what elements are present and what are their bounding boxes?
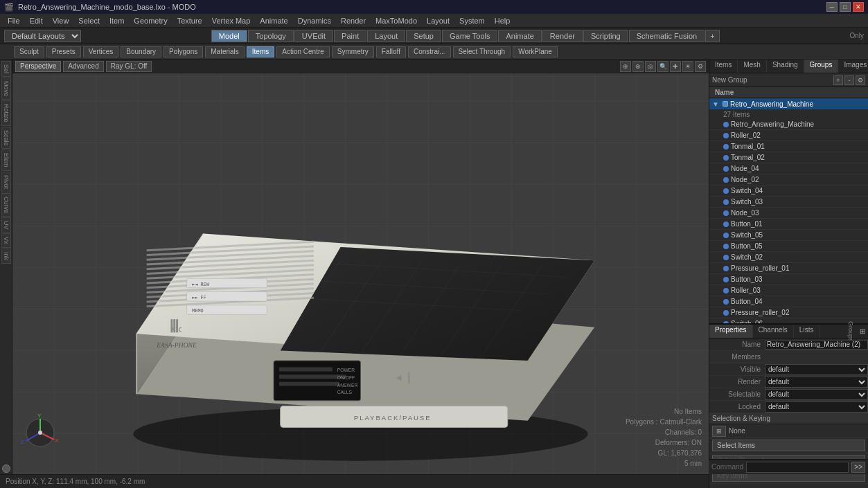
tool-move[interactable]: Move — [1, 78, 11, 100]
props-tab-lists[interactable]: Lists — [794, 325, 820, 338]
list-item[interactable]: Retro_Answering_Machine — [709, 119, 868, 130]
list-item[interactable]: Switch_04 — [709, 186, 868, 197]
menu-render[interactable]: Render — [336, 15, 371, 26]
prop-name-input[interactable] — [765, 340, 868, 350]
list-item[interactable]: Tonmal_01 — [709, 141, 868, 152]
tab-model[interactable]: Model — [211, 30, 247, 42]
tool-vertices[interactable]: Vertices — [83, 46, 119, 57]
list-item[interactable]: Switch_06 — [709, 318, 868, 323]
list-item[interactable]: Pressure_roller_02 — [709, 307, 868, 318]
vp-icon-sun[interactable]: ☀ — [682, 61, 693, 72]
tool-boundary[interactable]: Boundary — [121, 46, 161, 57]
list-item[interactable]: Tonmal_02 — [709, 152, 868, 163]
vp-icon-crosshair[interactable]: ⊕ — [620, 61, 631, 72]
close-btn[interactable]: ✕ — [853, 2, 864, 12]
rpanel-tab-images[interactable]: Images — [838, 60, 868, 73]
vp-icon-search[interactable]: 🔍 — [657, 61, 668, 72]
tab-setup[interactable]: Setup — [406, 30, 441, 42]
list-item[interactable]: Switch_02 — [709, 252, 868, 263]
list-item[interactable]: Button_01 — [709, 219, 868, 230]
vp-icon-target[interactable]: ◎ — [645, 61, 656, 72]
tab-scripting[interactable]: Scripting — [583, 30, 628, 42]
rpanel-tab-shading[interactable]: Shading — [767, 60, 804, 73]
list-item[interactable]: ▼ Retro_Answering_Machine — [709, 98, 868, 109]
list-item[interactable]: Button_05 — [709, 241, 868, 252]
menu-layout[interactable]: Layout — [422, 15, 454, 26]
tool-materials[interactable]: Materials — [205, 46, 245, 57]
menu-vertexmap[interactable]: Vertex Map — [207, 15, 256, 26]
list-item[interactable]: Button_04 — [709, 296, 868, 307]
tool-presets[interactable]: Presets — [46, 46, 81, 57]
tool-vx[interactable]: Vx — [1, 233, 11, 248]
tool-uv[interactable]: UV — [1, 217, 11, 233]
menu-geometry[interactable]: Geometry — [129, 15, 172, 26]
menu-view[interactable]: View — [48, 15, 74, 26]
tool-sculpt[interactable]: Sculpt — [14, 46, 44, 57]
props-tab-channels[interactable]: Channels — [753, 325, 794, 338]
list-item[interactable]: Switch_03 — [709, 197, 868, 208]
tab-gametools[interactable]: Game Tools — [442, 30, 498, 42]
tab-topology[interactable]: Topology — [248, 30, 294, 42]
tool-workplane[interactable]: WorkPlane — [513, 46, 558, 57]
command-input[interactable] — [746, 462, 849, 473]
add-tab-btn[interactable]: + — [705, 30, 719, 42]
rpanel-tab-groups[interactable]: Groups — [804, 60, 839, 73]
advanced-btn[interactable]: Advanced — [63, 61, 103, 72]
tool-action-centre[interactable]: Action Centre — [276, 46, 330, 57]
tab-paint[interactable]: Paint — [334, 30, 366, 42]
tool-sel[interactable]: Sel — [1, 61, 11, 77]
tool-select-through[interactable]: Select Through — [453, 46, 511, 57]
list-item[interactable]: Roller_02 — [709, 130, 868, 141]
props-tab-properties[interactable]: Properties — [709, 325, 753, 338]
tool-scale[interactable]: Scale — [1, 127, 11, 150]
select-items-btn[interactable]: Select Items — [712, 440, 865, 451]
list-item[interactable]: Pressure_roller_01 — [709, 263, 868, 274]
props-expand[interactable]: ⊞ — [857, 325, 868, 338]
raygl-btn[interactable]: Ray GL: Off — [106, 61, 152, 72]
command-expand-btn[interactable]: >> — [851, 462, 865, 473]
tab-animate[interactable]: Animate — [498, 30, 541, 42]
menu-animate[interactable]: Animate — [255, 15, 292, 26]
vp-icon-settings[interactable]: ⚙ — [695, 61, 706, 72]
tool-polygons[interactable]: Polygons — [163, 46, 203, 57]
menu-help[interactable]: Help — [490, 15, 515, 26]
list-item[interactable]: Button_03 — [709, 274, 868, 285]
items-tool-settings[interactable]: ⚙ — [856, 75, 865, 85]
list-item[interactable]: Node_04 — [709, 163, 868, 174]
tab-layout[interactable]: Layout — [367, 30, 405, 42]
tab-uvedit[interactable]: UVEdit — [294, 30, 333, 42]
prop-visible-select[interactable]: default — [765, 364, 868, 375]
tool-rotate[interactable]: Rotate — [1, 100, 11, 126]
tool-elem[interactable]: Elem — [1, 150, 11, 171]
tab-render[interactable]: Render — [542, 30, 583, 42]
vp-icon-add[interactable]: ✚ — [670, 61, 681, 72]
menu-maxtomode[interactable]: MaxToModo — [371, 15, 422, 26]
rpanel-tab-items[interactable]: Items — [709, 60, 738, 73]
prop-selectable-select[interactable]: default — [765, 389, 868, 400]
list-item[interactable]: Node_03 — [709, 208, 868, 219]
tool-pivot[interactable]: Pivot — [1, 172, 11, 192]
menu-texture[interactable]: Texture — [172, 15, 207, 26]
menu-item[interactable]: Item — [105, 15, 129, 26]
menu-system[interactable]: System — [454, 15, 490, 26]
list-item[interactable]: Switch_05 — [709, 230, 868, 241]
menu-edit[interactable]: Edit — [25, 15, 48, 26]
tool-ink[interactable]: Ink — [1, 248, 11, 264]
tool-curve[interactable]: Curve — [1, 193, 11, 217]
rpanel-tab-mesh[interactable]: Mesh — [738, 60, 766, 73]
menu-dynamics[interactable]: Dynamics — [293, 15, 336, 26]
tool-constrain[interactable]: Constrai... — [408, 46, 451, 57]
list-item[interactable]: Roller_03 — [709, 285, 868, 296]
items-tool-remove[interactable]: - — [844, 75, 854, 85]
maximize-btn[interactable]: □ — [840, 2, 851, 12]
vp-icon-cancel[interactable]: ⊗ — [632, 61, 644, 72]
prop-locked-select[interactable]: default — [765, 401, 868, 413]
prop-render-select[interactable]: default — [765, 377, 868, 388]
items-tool-add[interactable]: + — [833, 75, 843, 85]
tab-schematic[interactable]: Schematic Fusion — [629, 30, 705, 42]
menu-select[interactable]: Select — [73, 15, 105, 26]
menu-file[interactable]: File — [3, 15, 25, 26]
viewport[interactable]: Perspective Advanced Ray GL: Off ⊕ ⊗ ◎ 🔍… — [12, 60, 709, 474]
items-list[interactable]: ▼ Retro_Answering_Machine 27 Items Retro… — [709, 98, 868, 323]
tool-items[interactable]: Items — [247, 46, 274, 57]
